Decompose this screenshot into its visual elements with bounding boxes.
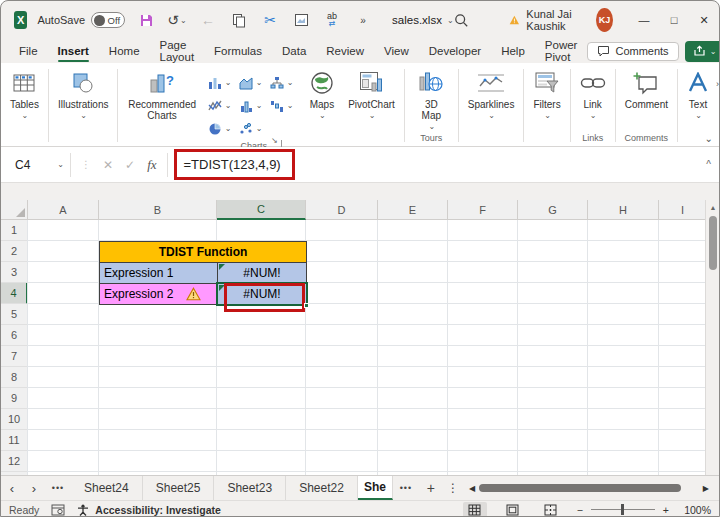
zoom-out-button[interactable]: − [577, 504, 583, 516]
zoom-slider-thumb[interactable] [621, 504, 624, 515]
copy-icon[interactable] [230, 11, 248, 29]
insert-pie-chart-button[interactable]: ⌄ [208, 117, 239, 140]
prev-sheet-icon[interactable]: ‹ [1, 476, 23, 500]
menu-tab-power-pivot[interactable]: Power Pivot [536, 36, 587, 66]
sheet-list-icon[interactable]: ••• [45, 476, 71, 500]
fill-handle[interactable] [304, 303, 309, 308]
scroll-up-icon[interactable]: ▲ [706, 200, 720, 214]
spreadsheet-grid[interactable]: ABCDEFGHI 12345678910111213 TDIST Functi… [1, 200, 707, 475]
grid-row-7[interactable] [28, 346, 707, 367]
sheet-tab-sheet22[interactable]: Sheet22 [286, 476, 358, 500]
row-header-5[interactable]: 5 [1, 304, 28, 325]
row-header-2[interactable]: 2 [1, 241, 28, 262]
zoom-slider[interactable] [591, 509, 655, 510]
normal-view-button[interactable] [463, 502, 487, 517]
menu-tab-formulas[interactable]: Formulas [205, 42, 271, 60]
new-sheet-button[interactable]: + [419, 476, 443, 500]
undo-button[interactable]: ↺⌄ [168, 11, 186, 29]
minimize-button[interactable]: — [629, 5, 659, 35]
row-header-8[interactable]: 8 [1, 367, 28, 388]
search-icon[interactable] [454, 13, 469, 28]
row-header-1[interactable]: 1 [1, 220, 28, 241]
illustrations-button[interactable]: Illustrations ⌄ [51, 65, 116, 121]
sparklines-button[interactable]: Sparklines ⌄ [461, 65, 522, 121]
vertical-scrollbar[interactable]: ▲ [705, 200, 719, 475]
menu-tab-help[interactable]: Help [492, 42, 534, 60]
grid-row-6[interactable] [28, 325, 707, 346]
insert-scatter-chart-button[interactable]: ⌄ [239, 117, 270, 140]
grid-row-8[interactable] [28, 367, 707, 388]
cell-b3[interactable]: Expression 1 [99, 262, 218, 284]
account-area[interactable]: Kunal Jai Kaushik KJ [509, 8, 613, 32]
chevron-down-icon[interactable]: ⌄ [180, 16, 187, 25]
grid-row-9[interactable] [28, 388, 707, 409]
column-header-a[interactable]: A [28, 200, 99, 220]
text-group-overflow-icon[interactable]: › [716, 79, 719, 89]
accessibility-status[interactable]: Accessibility: Investigate [95, 504, 220, 516]
find-replace-icon[interactable]: ab⇄ [323, 11, 341, 29]
error-options-button[interactable] [185, 286, 201, 301]
insert-line-chart-button[interactable]: ⌄ [208, 94, 239, 117]
sheet-tab-sheet23[interactable]: Sheet23 [214, 476, 286, 500]
excel-logo-icon[interactable]: X [14, 11, 27, 29]
column-header-f[interactable]: F [448, 200, 518, 220]
menu-tab-view[interactable]: View [375, 42, 418, 60]
comments-button[interactable]: Comments [587, 42, 678, 61]
autosave-control[interactable]: AutoSave Off [37, 12, 125, 28]
insert-column-chart-button[interactable]: ⌄ [208, 71, 239, 94]
row-header-10[interactable]: 10 [1, 409, 28, 430]
qat-overflow-icon[interactable]: » [354, 11, 372, 29]
menu-tab-review[interactable]: Review [317, 42, 373, 60]
text-button[interactable]: Text ⌄ [680, 65, 716, 121]
horizontal-scroll-thumb[interactable] [479, 484, 681, 492]
cancel-icon[interactable]: ✕ [103, 158, 113, 172]
more-sheets-icon[interactable]: ••• [393, 476, 419, 500]
grid-row-5[interactable] [28, 304, 707, 325]
row-header-11[interactable]: 11 [1, 430, 28, 451]
insert-area-chart-button[interactable]: ⌄ [239, 71, 270, 94]
menu-tab-developer[interactable]: Developer [420, 42, 490, 60]
vertical-scroll-thumb[interactable] [709, 216, 717, 270]
close-button[interactable]: ✕ [689, 5, 719, 35]
page-break-view-button[interactable] [539, 502, 563, 517]
formula-input[interactable]: =TDIST(123,4,9) [168, 147, 719, 182]
next-sheet-icon[interactable]: › [23, 476, 45, 500]
sheet-tab-sheet24[interactable]: Sheet24 [71, 476, 143, 500]
expand-formula-bar-icon[interactable]: ^ [706, 159, 711, 170]
row-header-4[interactable]: 4 [1, 283, 28, 304]
tables-button[interactable]: Tables ⌄ [3, 65, 46, 121]
new-comment-button[interactable]: Comment [618, 65, 675, 110]
menu-tab-insert[interactable]: Insert [49, 42, 98, 60]
menu-tab-file[interactable]: File [10, 42, 47, 60]
column-header-e[interactable]: E [378, 200, 448, 220]
accessibility-icon[interactable] [77, 504, 89, 516]
share-button[interactable]: ⌄ [685, 41, 720, 62]
menu-tab-page-layout[interactable]: Page Layout [151, 36, 204, 66]
link-button[interactable]: Link ⌄ [573, 65, 613, 121]
column-header-b[interactable]: B [99, 200, 217, 220]
menu-tab-home[interactable]: Home [100, 42, 149, 60]
avatar[interactable]: KJ [596, 8, 613, 32]
name-box[interactable]: C4 ⌄ [9, 153, 71, 177]
paste-icon[interactable] [292, 11, 310, 29]
scroll-left-icon[interactable]: ◀ [469, 484, 475, 493]
row-header-7[interactable]: 7 [1, 346, 28, 367]
cut-icon[interactable]: ✂ [261, 11, 279, 29]
column-header-i[interactable]: I [659, 200, 707, 220]
column-header-g[interactable]: G [518, 200, 588, 220]
sheet-options-icon[interactable]: ⋮ [443, 476, 463, 500]
column-header-h[interactable]: H [588, 200, 659, 220]
document-title[interactable]: sales.xlsx ⌄ [392, 14, 454, 26]
macro-record-icon[interactable] [51, 504, 65, 516]
filters-button[interactable]: Filters ⌄ [526, 65, 567, 121]
3d-map-button[interactable]: 3D Map ⌄ [407, 65, 456, 132]
row-header-6[interactable]: 6 [1, 325, 28, 346]
menu-tab-data[interactable]: Data [273, 42, 315, 60]
cell-title-b2[interactable]: TDIST Function [99, 241, 307, 263]
save-icon[interactable] [137, 11, 155, 29]
insert-waterfall-chart-button[interactable]: ⌄ [270, 94, 301, 117]
recommended-charts-button[interactable]: ? Recommended Charts [120, 65, 203, 121]
collapse-ribbon-icon[interactable]: ⌄ [705, 133, 713, 144]
grip-dots-icon[interactable]: ⋮ [81, 159, 91, 170]
row-header-3[interactable]: 3 [1, 262, 28, 283]
